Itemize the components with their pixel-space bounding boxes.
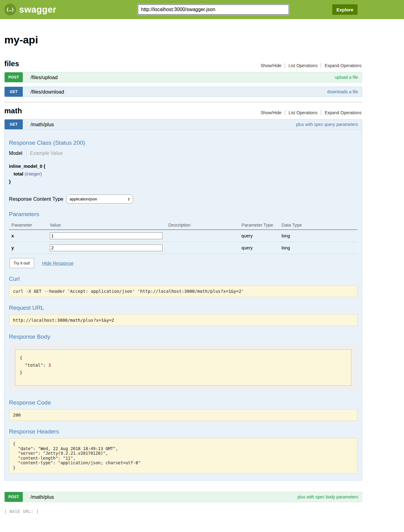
param-data-type: long xyxy=(279,242,358,254)
math-expand-operations-link[interactable]: Expand Operations xyxy=(321,110,362,115)
operation-get-math-plus[interactable]: GET /math/plus plus with spec query para… xyxy=(4,119,362,130)
try-it-out-button[interactable]: Try it out! xyxy=(10,258,34,268)
response-headers-block: { "date": "Wed, 22 Aug 2018 18:49:13 GMT… xyxy=(9,438,358,474)
headers-line: "content-type": "application/json; chars… xyxy=(13,461,354,465)
explore-button[interactable]: Explore xyxy=(332,4,358,15)
selected-option: application/json xyxy=(70,197,97,201)
operation-post-files-upload[interactable]: POST /files/upload upload a file xyxy=(4,72,362,83)
param-parameter-type: query xyxy=(239,230,279,242)
response-content-type-row: Response Content Type application/json ▲… xyxy=(9,195,358,204)
api-title: my-api xyxy=(4,34,362,46)
response-headers-heading: Response Headers xyxy=(9,428,358,435)
response-content-type-label: Response Content Type xyxy=(9,196,63,202)
col-parameter: Parameter xyxy=(9,221,47,230)
header-bar: {…} swagger Explore xyxy=(0,0,404,19)
files-show-hide-link[interactable]: Show/Hide xyxy=(257,63,285,68)
parameters-table: Parameter Value Description Parameter Ty… xyxy=(9,221,358,254)
math-section-header: math Show/Hide List Operations Expand Op… xyxy=(4,107,362,115)
response-body-heading: Response Body xyxy=(9,333,358,340)
files-section-title[interactable]: files xyxy=(4,59,19,68)
parameters-header-row: Parameter Value Description Parameter Ty… xyxy=(9,221,358,230)
spec-url-input[interactable] xyxy=(138,4,289,15)
json-open-brace: { xyxy=(20,354,348,361)
base-url-footer: [ BASE URL: ] xyxy=(4,509,362,514)
curl-command-block: curl -X GET --header 'Accept: applicatio… xyxy=(9,285,358,297)
tab-model[interactable]: Model xyxy=(9,149,26,157)
math-section-title[interactable]: math xyxy=(4,107,22,115)
headers-line: "date": "Wed, 22 Aug 2018 18:49:13 GMT", xyxy=(13,446,354,451)
response-code-heading: Response Code xyxy=(9,399,358,406)
brand-title: swagger xyxy=(19,5,56,15)
operation-path[interactable]: /files/download xyxy=(30,89,64,95)
response-code-block: 200 xyxy=(9,409,358,421)
json-key: "total": xyxy=(20,363,48,368)
method-badge-get: GET xyxy=(5,87,23,97)
model-property-name: total xyxy=(14,171,23,176)
math-section-links: Show/Hide List Operations Expand Operati… xyxy=(257,110,362,115)
model-property-line: total (integer) xyxy=(9,170,358,178)
parameter-row-x: x query long xyxy=(9,230,358,242)
headers-line: "content-length": "11", xyxy=(13,456,354,461)
response-content-type-select[interactable]: application/json ▲▼ xyxy=(67,195,133,204)
files-expand-operations-link[interactable]: Expand Operations xyxy=(321,63,362,68)
param-name: x xyxy=(9,230,47,242)
response-class-heading: Response Class (Status 200) xyxy=(9,139,358,146)
headers-line: "server": "Jetty(9.2.21.v20170120)", xyxy=(13,451,354,456)
json-total-line: "total": 3 xyxy=(20,361,348,369)
model-tabs: Model Example Value xyxy=(9,149,358,157)
param-y-input[interactable] xyxy=(50,244,163,251)
col-description: Description xyxy=(166,221,239,230)
request-url-heading: Request URL xyxy=(9,304,358,311)
files-list-operations-link[interactable]: List Operations xyxy=(285,63,321,68)
json-close-brace: } xyxy=(20,369,348,376)
parameters-heading: Parameters xyxy=(9,211,358,218)
operation-summary-link[interactable]: plus with spec body parameters xyxy=(297,494,362,499)
model-open-line: inline_model_0 { xyxy=(9,162,358,170)
response-body-container: { "total": 3} xyxy=(9,343,358,392)
tab-example-value[interactable]: Example Value xyxy=(26,149,63,157)
files-section-header: files Show/Hide List Operations Expand O… xyxy=(4,59,362,68)
param-parameter-type: query xyxy=(239,242,279,254)
param-name: y xyxy=(9,242,47,254)
param-description xyxy=(166,242,239,254)
model-property-type: (integer) xyxy=(25,171,42,176)
operation-path[interactable]: /math/plus xyxy=(30,122,54,127)
operation-path[interactable]: /math/plus xyxy=(30,494,54,500)
parameter-row-y: y query long xyxy=(9,242,358,254)
math-list-operations-link[interactable]: List Operations xyxy=(285,110,321,115)
request-url-block: http://localhost:3000/math/plus?x=1&y=2 xyxy=(9,314,358,326)
math-show-hide-link[interactable]: Show/Hide xyxy=(257,110,285,115)
model-signature: inline_model_0 { total (integer) } xyxy=(9,162,358,185)
param-data-type: long xyxy=(279,230,358,242)
content-wrapper: my-api files Show/Hide List Operations E… xyxy=(4,34,362,514)
operation-detail-panel: Response Class (Status 200) Model Exampl… xyxy=(4,130,362,481)
col-value: Value xyxy=(47,221,166,230)
headers-line: } xyxy=(13,465,354,470)
method-badge-get: GET xyxy=(5,119,23,129)
braces-glyph: {…} xyxy=(6,7,14,12)
method-badge-post: POST xyxy=(5,72,23,82)
method-badge-post: POST xyxy=(5,492,23,502)
operation-summary-link[interactable]: downloads a file xyxy=(327,89,362,94)
section-divider xyxy=(4,102,362,103)
swagger-logo[interactable]: {…} swagger xyxy=(4,4,56,15)
operation-summary-link[interactable]: upload a file xyxy=(335,75,362,80)
param-x-input[interactable] xyxy=(50,232,163,239)
headers-line: { xyxy=(13,441,354,446)
json-number-value: 3 xyxy=(48,363,51,368)
col-data-type: Data Type xyxy=(279,221,358,230)
hide-response-link[interactable]: Hide Response xyxy=(42,260,74,266)
response-body-json: { "total": 3} xyxy=(15,349,351,386)
operation-get-files-download[interactable]: GET /files/download downloads a file xyxy=(4,87,362,97)
files-section-links: Show/Hide List Operations Expand Operati… xyxy=(257,63,362,68)
operation-path[interactable]: /files/upload xyxy=(30,75,58,80)
operation-post-math-plus[interactable]: POST /math/plus plus with spec body para… xyxy=(4,492,362,502)
param-description xyxy=(166,230,239,242)
select-arrows-icon: ▲▼ xyxy=(128,197,130,201)
model-close-line: } xyxy=(9,178,358,185)
curl-heading: Curl xyxy=(9,276,358,282)
operation-summary-link[interactable]: plus with spec query parameters xyxy=(296,122,362,127)
swagger-logo-icon: {…} xyxy=(4,4,16,15)
col-parameter-type: Parameter Type xyxy=(239,221,279,230)
try-it-out-row: Try it out! Hide Response xyxy=(10,258,358,268)
